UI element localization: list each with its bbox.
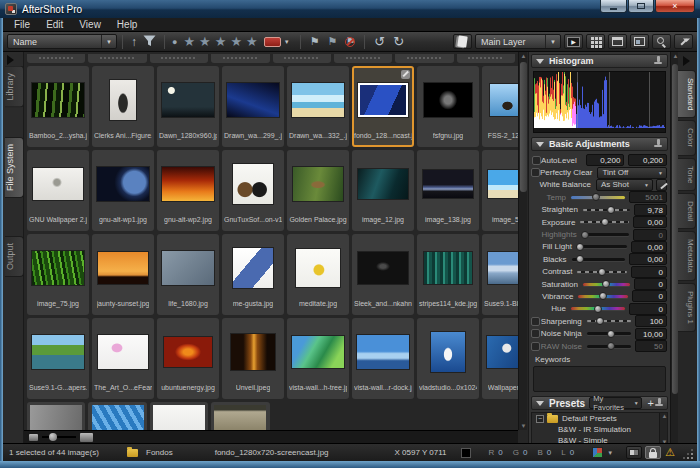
chevron-down-icon[interactable]: ▼ — [607, 450, 613, 456]
slider-thumb[interactable] — [607, 342, 615, 350]
browse-top-layout-icon[interactable] — [608, 34, 627, 49]
rotate-ccw-icon[interactable]: ↺ — [374, 34, 385, 49]
thumbnail-cell-partial[interactable] — [88, 402, 146, 430]
layer-dropdown[interactable]: Main Layer▼ — [475, 34, 561, 49]
panel-tab-plugins-1[interactable]: Plugins 1 — [678, 283, 696, 332]
slider-noise-ninja[interactable] — [587, 332, 631, 335]
color-management-icon[interactable] — [592, 447, 603, 458]
thumbnail-size-slider[interactable] — [42, 436, 76, 438]
menu-item-help[interactable]: Help — [110, 19, 145, 30]
minimize-button[interactable] — [600, 0, 627, 13]
slider-straighten[interactable] — [583, 209, 630, 211]
pin-icon[interactable] — [653, 56, 663, 66]
thumbnail-cell-partial[interactable] — [334, 54, 392, 63]
lock-icon[interactable] — [645, 446, 661, 459]
thumbnail-cell[interactable]: The_Art_O...eFear.jpg — [92, 318, 154, 399]
thumbnail-cell[interactable]: Bamboo_2...ysha.jpg — [27, 66, 89, 147]
pin-icon[interactable] — [653, 139, 663, 149]
thumbnail-cell[interactable]: vista-wall...r-dock.jpg — [352, 318, 414, 399]
basic-adjustments-header[interactable]: Basic Adjustments — [531, 137, 668, 151]
thumbnail-cell[interactable]: Suse9.1-Bl...papers.jpg — [482, 234, 518, 315]
slider-fill-light[interactable] — [577, 245, 627, 248]
star-2-icon[interactable]: ★ — [199, 34, 211, 49]
dropdown-perfectly-clear[interactable]: Tint Off▼ — [597, 167, 667, 179]
preset-folder-row[interactable]: − Default Presets — [532, 413, 667, 424]
star-3-icon[interactable]: ★ — [215, 34, 227, 49]
thumbnail-cell[interactable]: image_75.jpg — [27, 234, 89, 315]
thumbnail-cell[interactable]: gnu-alt-wp2.jpg — [157, 150, 219, 231]
slider-sharpening[interactable] — [587, 320, 631, 322]
panel-tab-color[interactable]: Color — [678, 120, 696, 155]
maximize-button[interactable] — [628, 0, 654, 13]
thumbnail-cell[interactable]: Wallpaper02.jpg — [482, 318, 518, 399]
scroll-up-icon[interactable]: ▲ — [520, 53, 527, 59]
thumbnail-cell[interactable]: Drawn_wa...299_.jpg — [222, 66, 284, 147]
thumbnail-cell[interactable]: Suse9.1-G...apers.jpg — [27, 318, 89, 399]
slider-hue[interactable] — [571, 307, 625, 310]
slider-blacks[interactable] — [572, 258, 626, 261]
slider-vibrance[interactable] — [578, 295, 627, 298]
star-5-icon[interactable]: ★ — [246, 34, 258, 49]
thumbnail-cell[interactable]: image_59.jpg — [482, 150, 518, 231]
thumbnail-cell-partial[interactable] — [27, 402, 85, 430]
slider-thumb[interactable] — [592, 193, 600, 201]
thumbnail-cell-partial[interactable] — [88, 54, 146, 63]
field-autolevel-0[interactable]: 0,200 — [586, 154, 625, 166]
sidebar-tab-library[interactable]: Library — [5, 66, 24, 108]
slider-thumb[interactable] — [598, 268, 606, 276]
slider-thumb[interactable] — [607, 206, 615, 214]
magnifier-icon[interactable] — [652, 34, 671, 49]
star-1-icon[interactable]: ★ — [183, 34, 195, 49]
right-panel-scrollbar[interactable]: ▲ — [670, 52, 678, 443]
slider-thumb[interactable] — [602, 280, 610, 288]
large-thumbnail-icon[interactable] — [80, 433, 93, 442]
thumbnail-cell[interactable]: Dawn_1280x960.jpg — [157, 66, 219, 147]
checkered-flag-icon[interactable]: ⚑ — [328, 35, 338, 48]
presets-scrollbar[interactable]: ▲ ▼ — [659, 413, 667, 445]
slider-temp[interactable] — [571, 196, 625, 199]
checkbox-autolevel[interactable] — [532, 156, 541, 165]
browse-left-layout-icon[interactable] — [630, 34, 649, 49]
resize-grip[interactable] — [685, 451, 693, 459]
thumbnail-cell[interactable]: fsfgnu.jpg — [417, 66, 479, 147]
thumbnail-cell[interactable]: ubuntuenergy.jpg — [157, 318, 219, 399]
thumbnail-cell[interactable]: life_1680.jpg — [157, 234, 219, 315]
layers-icon[interactable] — [453, 34, 472, 49]
histogram-header[interactable]: Histogram — [531, 54, 668, 68]
collapse-minus-icon[interactable]: − — [536, 415, 544, 423]
presets-header[interactable]: Presets My Favorites▼ + — [531, 396, 668, 410]
slider-thumb[interactable] — [576, 255, 584, 263]
thumbnail-cell-partial[interactable] — [211, 54, 269, 63]
slider-thumb[interactable] — [601, 218, 609, 226]
dropdown-white-balance[interactable]: As Shot▼ — [596, 179, 653, 191]
sort-by-dropdown[interactable]: Name▼ — [7, 34, 117, 49]
grid-scrollbar[interactable]: ▲ ▼ — [518, 52, 527, 430]
thumbnail-cell[interactable]: vista-wall...h-tree.jpg — [287, 318, 349, 399]
thumbnail-cell[interactable]: FSS-2_1280.jpg — [482, 66, 518, 147]
thumbnail-cell[interactable]: fondo_128...ncast.jpg — [352, 66, 414, 147]
thumbnail-cell[interactable]: jaunty-sunset.jpg — [92, 234, 154, 315]
filter-funnel-icon[interactable] — [143, 35, 156, 49]
proof-icon[interactable] — [626, 446, 642, 459]
thumbnail-cell[interactable]: GnuTuxSof...on-v1.jpg — [222, 150, 284, 231]
slideshow-icon[interactable]: ▶ — [564, 34, 583, 49]
eyedropper-button[interactable] — [656, 179, 667, 191]
pin-icon[interactable] — [654, 398, 663, 408]
slider-saturation[interactable] — [583, 283, 630, 286]
panel-tab-standard[interactable]: Standard — [678, 70, 696, 118]
field-autolevel-1[interactable]: 0,200 — [628, 154, 667, 166]
small-thumbnail-icon[interactable] — [29, 434, 38, 441]
collapse-left-panel-icon[interactable] — [7, 55, 14, 65]
sidebar-tab-file-system[interactable]: File System — [5, 137, 24, 198]
slider-raw-noise[interactable] — [587, 345, 631, 348]
keywords-input[interactable] — [533, 366, 666, 392]
zero-star-dot-icon[interactable]: ● — [172, 37, 177, 47]
thumbnail-cell[interactable]: me-gusta.jpg — [222, 234, 284, 315]
thumbnail-cell[interactable]: Golden Palace.jpg — [287, 150, 349, 231]
slider-thumb[interactable] — [599, 292, 607, 300]
warning-icon[interactable]: ⚠ — [665, 446, 675, 459]
panel-tab-detail[interactable]: Detail — [678, 193, 696, 229]
thumbnail-cell[interactable]: Unveil.jpeg — [222, 318, 284, 399]
color-label-swatch[interactable] — [264, 37, 281, 47]
slider-thumb[interactable] — [607, 330, 615, 338]
